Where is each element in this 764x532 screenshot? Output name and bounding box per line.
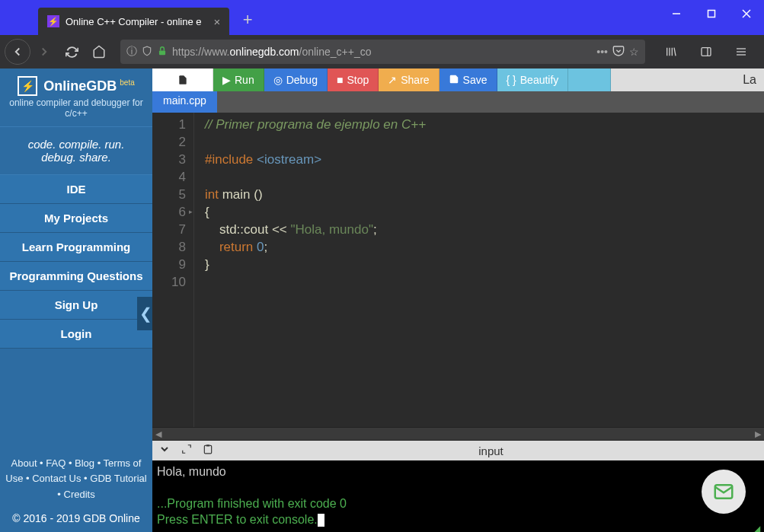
expand-icon[interactable]	[181, 444, 192, 457]
motto: code. compile. run. debug. share.	[0, 126, 152, 175]
back-button[interactable]	[5, 39, 30, 65]
beautify-button[interactable]: { }Beautify	[497, 68, 569, 91]
svg-rect-4	[159, 50, 165, 55]
pocket-icon[interactable]	[612, 45, 625, 59]
url-text: https://www.onlinegdb.com/online_c++_co	[172, 46, 372, 58]
minimize-button[interactable]	[659, 0, 694, 27]
mail-icon	[712, 480, 735, 503]
new-file-button[interactable]	[152, 68, 213, 91]
editor-scrollbar[interactable]: ◀▶	[152, 427, 764, 441]
chevron-down-icon[interactable]	[158, 443, 171, 458]
save-button[interactable]: Save	[440, 68, 497, 91]
sidebar-item-signup[interactable]: Sign Up	[0, 291, 152, 320]
code-body[interactable]: // Primer programa de ejemplo en C++ #in…	[194, 113, 426, 427]
brand-name: OnlineGDB	[43, 78, 117, 94]
new-tab-button[interactable]: +	[235, 8, 260, 32]
window-controls	[659, 0, 764, 35]
sidebar-item-login[interactable]: Login	[0, 320, 152, 349]
cursor	[318, 514, 324, 527]
editor-pane: ▶ Run ◎Debug ■ Stop ↗Share Save { }Beaut…	[152, 68, 764, 532]
forward-button[interactable]	[30, 38, 58, 65]
menu-icon[interactable]	[727, 38, 755, 65]
browser-tab[interactable]: ⚡ Online C++ Compiler - online e ×	[38, 8, 229, 35]
more-icon[interactable]: •••	[596, 46, 608, 58]
debug-button[interactable]: ◎Debug	[264, 68, 328, 91]
url-bar[interactable]: ⓘ https://www.onlinegdb.com/online_c++_c…	[120, 40, 645, 64]
window-titlebar: ⚡ Online C++ Compiler - online e × +	[0, 0, 764, 35]
copyright: © 2016 - 2019 GDB Online	[0, 508, 152, 532]
sidebar-item-projects[interactable]: My Projects	[0, 204, 152, 233]
run-button[interactable]: ▶ Run	[213, 68, 264, 91]
sidebar-item-ide[interactable]: IDE	[0, 175, 152, 204]
close-window-button[interactable]	[729, 0, 764, 27]
svg-line-8	[674, 48, 676, 56]
lock-icon[interactable]	[157, 46, 168, 59]
file-tabs: main.cpp	[152, 91, 764, 113]
svg-rect-9	[702, 48, 711, 56]
bolt-icon: ⚡	[18, 76, 37, 96]
share-icon: ↗	[388, 74, 397, 86]
language-select[interactable]: La	[735, 68, 764, 91]
bookmark-icon[interactable]: ☆	[629, 46, 639, 58]
sidebar-item-learn[interactable]: Learn Programming	[0, 233, 152, 262]
save-icon	[449, 74, 459, 87]
tab-favicon: ⚡	[47, 15, 59, 27]
braces-icon: { }	[507, 74, 516, 86]
home-button[interactable]	[85, 38, 113, 65]
subtitle: online compiler and debugger for c/c++	[0, 97, 152, 126]
info-icon[interactable]: ⓘ	[126, 45, 137, 59]
line-gutter: 12345678910	[152, 113, 194, 427]
close-icon[interactable]: ×	[213, 15, 220, 28]
sidebar-item-questions[interactable]: Programming Questions	[0, 262, 152, 291]
footer-links[interactable]: About • FAQ • Blog • Terms of Use • Cont…	[0, 451, 152, 508]
resize-handle[interactable]	[753, 521, 762, 530]
browser-toolbar: ⓘ https://www.onlinegdb.com/online_c++_c…	[0, 35, 764, 68]
clipboard-icon[interactable]	[203, 444, 213, 457]
share-button[interactable]: ↗Share	[379, 68, 439, 91]
svg-rect-1	[708, 11, 715, 18]
console-tab-label: input	[224, 444, 758, 457]
console-output[interactable]: Hola, mundo ...Program finished with exi…	[152, 460, 764, 532]
library-icon[interactable]	[657, 38, 685, 65]
sidebar-icon[interactable]	[692, 38, 720, 65]
shield-icon[interactable]	[142, 46, 152, 59]
file-tab-main[interactable]: main.cpp	[152, 91, 217, 113]
code-editor[interactable]: 12345678910 // Primer programa de ejempl…	[152, 113, 764, 427]
beta-badge: beta	[120, 78, 134, 87]
reload-button[interactable]	[58, 38, 85, 65]
download-button[interactable]	[568, 68, 611, 91]
target-icon: ◎	[273, 74, 283, 86]
sidebar: ⚡ OnlineGDB beta online compiler and deb…	[0, 68, 152, 532]
collapse-sidebar-button[interactable]: ❮	[137, 297, 154, 330]
sidebar-nav: IDE My Projects Learn Programming Progra…	[0, 175, 152, 349]
chat-fab[interactable]	[702, 470, 746, 514]
action-toolbar: ▶ Run ◎Debug ■ Stop ↗Share Save { }Beaut…	[152, 68, 764, 91]
svg-rect-14	[206, 444, 210, 446]
tab-title: Online C++ Compiler - online e	[66, 16, 201, 27]
console-header: input	[152, 441, 764, 460]
logo: ⚡ OnlineGDB beta	[0, 68, 152, 97]
stop-button[interactable]: ■ Stop	[328, 68, 379, 91]
maximize-button[interactable]	[694, 0, 729, 27]
